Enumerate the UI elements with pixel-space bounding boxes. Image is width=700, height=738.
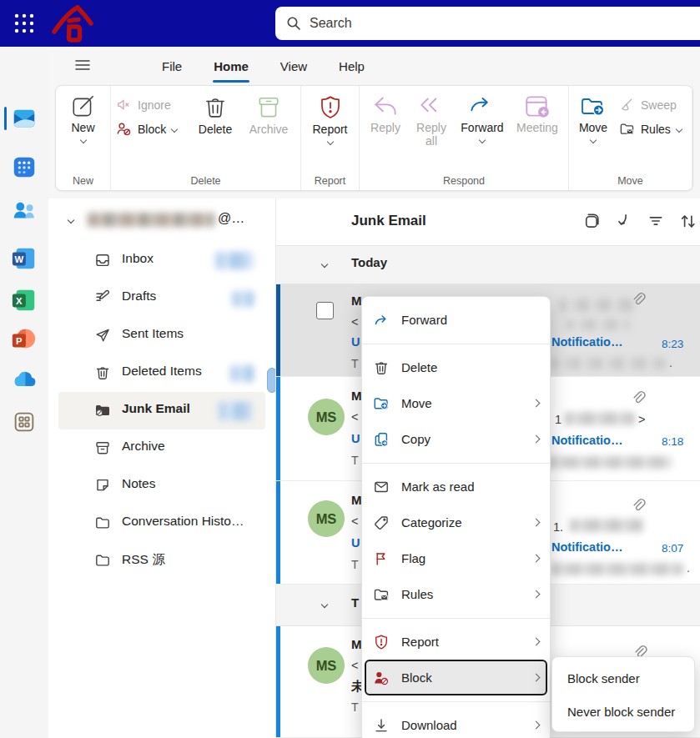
sender-fragment: M <box>351 294 362 308</box>
ribbon-group-report: Report Report <box>301 86 360 190</box>
new-button[interactable]: New <box>68 89 99 143</box>
search-box[interactable] <box>275 7 700 40</box>
folder-move-icon <box>373 395 390 412</box>
search-input[interactable] <box>310 16 696 31</box>
block-button[interactable]: Block <box>113 117 189 141</box>
ribbon-group-delete: Ignore Block Delete <box>111 86 301 190</box>
ribbon-tab-row: File Home View Help <box>48 47 700 85</box>
ignore-label: Ignore <box>138 98 171 112</box>
meeting-button[interactable]: Meeting <box>511 89 564 134</box>
group-label: T <box>351 595 359 610</box>
attachment-icon <box>630 390 647 407</box>
rail-more-apps-button[interactable] <box>11 409 38 435</box>
rail-people-button[interactable] <box>11 197 38 223</box>
tab-view[interactable]: View <box>279 56 309 77</box>
folder-rss[interactable]: RSS 源 <box>48 542 275 580</box>
context-menu-item-flag[interactable]: Flag <box>362 540 550 576</box>
preview-tail: . <box>669 356 672 369</box>
menu-item-label: Flag <box>401 551 426 565</box>
context-menu-item-delete[interactable]: Delete <box>362 349 550 385</box>
menu-item-label: Move <box>401 396 432 410</box>
chevron-right-icon <box>532 721 541 730</box>
delete-button[interactable]: Delete <box>189 89 241 136</box>
address-fragment: < <box>351 410 358 424</box>
email-checkbox[interactable] <box>316 302 334 319</box>
inbox-icon <box>94 252 111 269</box>
hamburger-menu-button[interactable] <box>73 56 92 76</box>
chevron-down-icon <box>171 125 178 132</box>
rail-mail-button[interactable] <box>11 105 38 132</box>
context-menu-item-block[interactable]: Block <box>365 660 547 695</box>
sender-fragment: M <box>351 637 362 651</box>
folder-inbox[interactable]: Inbox <box>48 242 275 279</box>
select-all-button[interactable] <box>581 212 601 232</box>
folder-deleted-items[interactable]: Deleted Items <box>48 354 275 392</box>
new-label: New <box>71 121 94 134</box>
context-menu-item-rules[interactable]: Rules <box>362 576 550 612</box>
filter-button[interactable] <box>646 212 666 232</box>
chevron-down-icon <box>321 261 328 268</box>
submenu-item-never-block-sender[interactable]: Never block sender <box>552 695 694 728</box>
folder-conversation-history[interactable]: Conversation Histo… <box>48 505 275 542</box>
redacted-text <box>548 456 672 469</box>
move-button[interactable]: Move <box>571 89 616 143</box>
ribbon-group-new: New New <box>56 86 111 190</box>
rules-label: Rules <box>641 123 671 136</box>
menu-item-label: Report <box>401 635 439 649</box>
rail-onedrive-button[interactable] <box>11 367 38 394</box>
account-name-redacted <box>88 213 214 227</box>
ignore-button[interactable]: Ignore <box>113 93 189 117</box>
sweep-button[interactable]: Sweep <box>616 93 687 117</box>
tab-file[interactable]: File <box>160 56 184 77</box>
context-menu-item-report[interactable]: Report <box>362 624 550 660</box>
app-launcher-button[interactable] <box>12 12 37 37</box>
forward-button[interactable]: Forward <box>456 89 509 143</box>
submenu-item-block-sender[interactable]: Block sender <box>552 661 694 695</box>
redacted-text <box>560 299 633 312</box>
avatar: MS <box>308 500 345 537</box>
rail-excel-button[interactable]: X <box>11 287 38 314</box>
folder-label: Deleted Items <box>122 364 202 379</box>
folder-drafts[interactable]: Drafts <box>48 279 275 317</box>
folder-sent-items[interactable]: Sent Items <box>48 317 275 354</box>
group-header-today[interactable]: Today <box>276 246 700 284</box>
tab-help[interactable]: Help <box>337 56 366 77</box>
context-menu-item-copy[interactable]: Copy <box>362 421 550 457</box>
reply-all-button[interactable]: Reply all <box>409 89 454 148</box>
archive-button[interactable]: Archive <box>241 89 296 136</box>
context-menu-item-move[interactable]: Move <box>362 385 550 421</box>
folder-notes[interactable]: Notes <box>48 467 275 505</box>
context-menu-item-mark-as-read[interactable]: Mark as read <box>362 469 550 505</box>
folder-label: Sent Items <box>122 326 184 341</box>
rail-calendar-button[interactable] <box>11 153 38 180</box>
chevron-down-icon <box>479 137 486 143</box>
reply-button[interactable]: Reply <box>364 89 407 134</box>
tab-home[interactable]: Home <box>212 56 250 77</box>
redacted-text <box>565 412 635 425</box>
org-logo <box>47 2 102 48</box>
report-button[interactable]: Report <box>310 89 350 144</box>
svg-text:X: X <box>16 296 23 306</box>
chevron-right-icon <box>532 590 541 599</box>
top-app-bar <box>0 0 700 47</box>
newest-on-top-button[interactable] <box>613 212 633 232</box>
context-menu-item-forward[interactable]: Forward <box>362 302 550 338</box>
rail-word-button[interactable]: W <box>11 245 38 272</box>
person-block-icon <box>373 670 390 686</box>
rules-button[interactable]: Rules <box>616 117 687 141</box>
ribbon-group-label: New <box>56 175 110 187</box>
ribbon-group-move: Move Sweep Rules <box>569 86 692 190</box>
subject-fragment: U <box>351 536 360 550</box>
unread-indicator <box>276 377 280 480</box>
message-list-header: Junk Email <box>276 198 700 246</box>
sort-button[interactable] <box>678 212 698 232</box>
context-menu-item-categorize[interactable]: Categorize <box>362 505 550 540</box>
account-header[interactable]: @… <box>48 210 275 235</box>
archive-icon <box>255 93 282 122</box>
powerpoint-icon: P <box>11 327 38 354</box>
rail-powerpoint-button[interactable]: P <box>11 327 38 354</box>
folder-move-icon <box>579 93 607 120</box>
folder-junk-email[interactable]: Junk Email <box>58 392 265 429</box>
context-menu-item-download[interactable]: Download <box>362 707 550 738</box>
folder-archive[interactable]: Archive <box>48 429 275 467</box>
